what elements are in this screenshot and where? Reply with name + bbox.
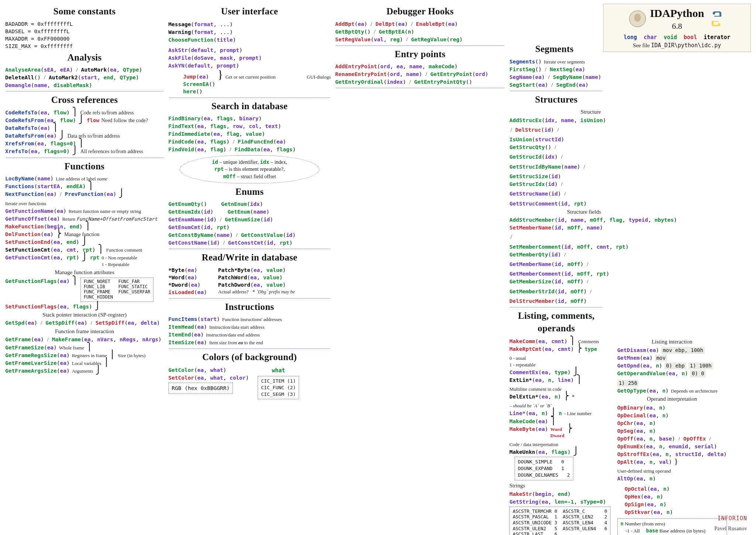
segments-title: Segments bbox=[509, 43, 603, 56]
structs-title: Structures bbox=[509, 93, 603, 106]
company-logo: INFORION bbox=[718, 515, 747, 522]
instructions-title: Instructions bbox=[168, 301, 331, 314]
python-icon bbox=[708, 10, 725, 28]
functions-list: LocByName(name)Line address of label nam… bbox=[5, 175, 164, 374]
instr-list: FuncItems(start)Function insructions' ad… bbox=[168, 315, 331, 346]
constants-list: BADADDR = 0xffffffffLBADSEL = 0xffffffff… bbox=[5, 20, 164, 50]
entry-title: Entry points bbox=[335, 48, 505, 61]
entry-list: AddEntryPoint(ord, ea, name, makeCode)Re… bbox=[335, 63, 505, 88]
constants-title: Some constants bbox=[5, 5, 164, 18]
analysis-list: AnalyseArea(sEA, eEA)/AutoMark(ea, QType… bbox=[5, 66, 164, 89]
listing-title: Listing, comments, operands bbox=[509, 310, 603, 335]
brand-types: long char void bool iterator bbox=[606, 34, 748, 41]
listing-right: MakeComm(ea, cmnt) ⎫CommentsMakeRptCmt(e… bbox=[509, 337, 603, 535]
rw-title: Read/Write in database bbox=[168, 251, 331, 264]
ui-list: Message(format, ...)Warning(format, ...)… bbox=[168, 20, 331, 98]
enums-list: GetEnumQty() GetnEnum(idx)GetEnumIdx(id)… bbox=[168, 200, 331, 246]
search-list: FindBinary(ea, flags, binary)FindText(ea… bbox=[168, 115, 331, 153]
dbg-list: AddBpt(ea)/DelBpt(ea)/EnableBpt(ea)GetBp… bbox=[335, 20, 505, 43]
enums-title: Enums bbox=[168, 186, 331, 199]
structs-list: StructureAddStrucEx(idx, name, isUnion)/… bbox=[509, 108, 603, 305]
colors-title: Colors (of background) bbox=[168, 351, 331, 364]
brand-box: IDAPython 6.8 long char void bool iterat… bbox=[603, 4, 751, 52]
segments-list: Segments()Iterate over segmentsFirstSeg(… bbox=[509, 58, 603, 89]
colors-list: GetColor(ea, what)SetColor(ea, what, col… bbox=[168, 366, 331, 400]
listing-left bbox=[335, 90, 505, 171]
author-credit: Pavel Rusanov bbox=[714, 525, 747, 532]
brand-title: IDAPython bbox=[650, 6, 704, 21]
analysis-title: Analysis bbox=[5, 51, 164, 64]
search-title: Search in database bbox=[168, 100, 331, 113]
brand-version: 6.8 bbox=[650, 21, 704, 32]
dbg-title: Debugger Hooks bbox=[335, 5, 505, 18]
ui-title: User interface bbox=[168, 5, 331, 18]
xrefs-list: CodeRefsTo(ea, flow) ⎫Code refs to/from … bbox=[5, 109, 164, 155]
functions-title: Functions bbox=[5, 160, 164, 173]
author-portrait-icon bbox=[629, 10, 646, 28]
rw-list: *Byte(ea)*Word(ea)*Dword(ea)isLoaded(ea)… bbox=[168, 266, 331, 296]
xrefs-title: Cross references bbox=[5, 94, 164, 107]
id-idx-info: id – unique identifier, idx – index, rpt… bbox=[180, 155, 319, 183]
brand-see: See file IDA_DIR\python\idc.py bbox=[606, 42, 748, 49]
